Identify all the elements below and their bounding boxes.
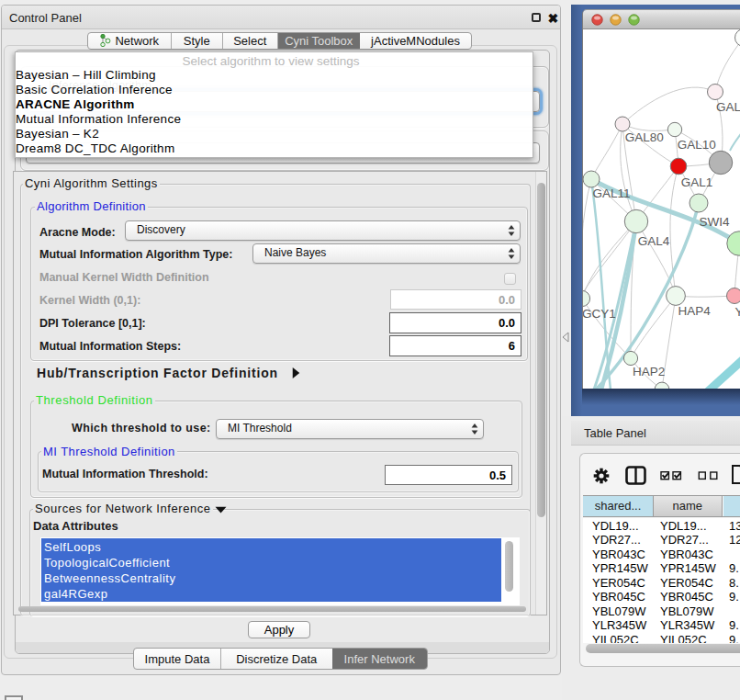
svg-text:GCY1: GCY1 xyxy=(583,307,616,321)
svg-text:SWI4: SWI4 xyxy=(700,215,730,229)
svg-text:GAL: GAL xyxy=(716,100,740,114)
svg-text:GAL1: GAL1 xyxy=(681,175,713,189)
svg-text:Y: Y xyxy=(735,305,740,319)
svg-text:GAL80: GAL80 xyxy=(625,130,664,144)
svg-text:GAL10: GAL10 xyxy=(678,138,716,152)
svg-text:GAL4: GAL4 xyxy=(638,234,670,248)
svg-text:GAL11: GAL11 xyxy=(592,186,630,200)
svg-text:HAP4: HAP4 xyxy=(678,304,711,318)
svg-text:HAP2: HAP2 xyxy=(633,365,665,378)
